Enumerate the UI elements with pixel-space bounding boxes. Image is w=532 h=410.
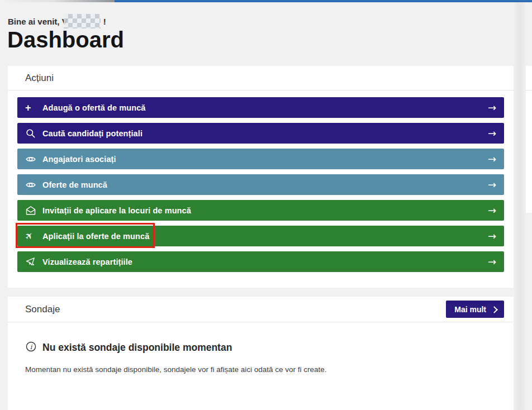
action-button-cauta-candidati-potentiali[interactable]: Caută candidați potențiali→	[17, 123, 504, 144]
more-button[interactable]: Mai mult	[446, 301, 504, 318]
empty-state-description: Momentan nu există sondaje disponibile, …	[25, 365, 514, 374]
svg-text:i: i	[30, 343, 33, 351]
more-button-label: Mai mult	[454, 305, 486, 314]
greeting-suffix: !	[103, 17, 106, 26]
paper-plane-icon	[25, 256, 42, 267]
arrow-right-icon: →	[488, 206, 496, 216]
action-button-angajatori-asociati[interactable]: Angajatori asociați→	[17, 149, 504, 169]
info-circle-icon: i	[25, 341, 37, 355]
envelope-open-icon	[25, 205, 42, 216]
action-button-aplicatii-la-oferte-de-munca[interactable]: ✈Aplicații la oferte de muncă→	[17, 226, 504, 246]
action-button-oferte-de-munca[interactable]: Oferte de muncă→	[17, 174, 504, 195]
arrow-right-icon: →	[488, 180, 496, 190]
actions-card-header: Acțiuni	[8, 66, 514, 90]
action-button-adauga-o-oferta-de-munca[interactable]: +Adaugă o ofertă de muncă→	[17, 97, 504, 118]
page-title: Dashboard	[7, 27, 124, 53]
plane-icon: ✈	[25, 231, 42, 241]
action-button-label: Aplicații la oferte de muncă	[42, 232, 149, 241]
surveys-card-header: Sondaje Mai mult	[8, 297, 514, 322]
action-button-label: Angajatori asociați	[42, 155, 116, 164]
eye-icon	[25, 154, 42, 165]
action-button-invitatii-de-aplicare-la-loc[interactable]: Invitații de aplicare la locuri de muncă…	[17, 200, 504, 221]
actions-card-title: Acțiuni	[25, 73, 54, 84]
arrow-right-icon: →	[488, 154, 496, 164]
eye-icon	[25, 179, 42, 190]
top-progress-bar-gray	[0, 0, 115, 2]
actions-list: +Adaugă o ofertă de muncă→Caută candidaț…	[8, 90, 514, 272]
action-button-label: Invitații de aplicare la locuri de muncă	[42, 206, 191, 215]
action-button-label: Vizualizează repartițiile	[42, 258, 132, 266]
arrow-right-icon: →	[488, 257, 496, 267]
arrow-right-icon: →	[488, 128, 496, 139]
surveys-card-title: Sondaje	[25, 304, 60, 315]
arrow-right-icon: →	[488, 103, 496, 113]
side-panel-partial	[526, 66, 532, 213]
action-button-label: Caută candidați potențiali	[42, 129, 142, 138]
chevron-right-icon	[491, 306, 498, 313]
top-progress-bar-blue	[115, 0, 532, 2]
actions-card: Acțiuni +Adaugă o ofertă de muncă→Caută …	[8, 66, 514, 288]
side-panel-divider	[526, 90, 532, 90]
empty-state-row: i Nu există sondaje disponibile momentan	[25, 341, 514, 355]
action-button-label: Adaugă o ofertă de muncă	[42, 103, 146, 112]
action-button-vizualizeaza-repartitiile[interactable]: Vizualizează repartițiile→	[17, 251, 504, 272]
surveys-card: Sondaje Mai mult i Nu există sondaje dis…	[8, 297, 514, 410]
arrow-right-icon: →	[488, 231, 496, 241]
plus-icon: +	[25, 103, 42, 113]
column-gap-shade	[514, 0, 526, 410]
greeting-text: Bine ai venit, V	[8, 17, 68, 26]
search-icon	[25, 128, 42, 139]
empty-state-title: Nu există sondaje disponibile momentan	[42, 342, 232, 354]
action-button-label: Oferte de muncă	[42, 180, 107, 189]
